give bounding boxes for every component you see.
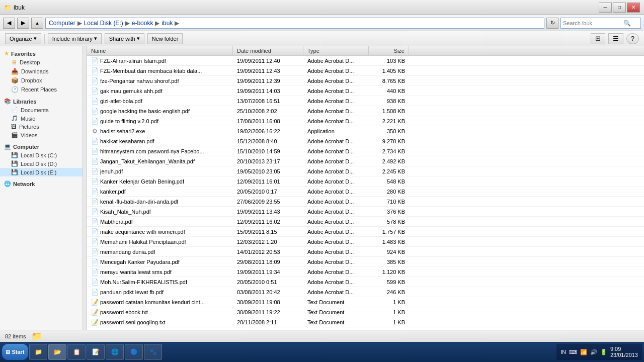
table-row[interactable]: 📄 gak mau gemukk ahh.pdf 19/09/2011 14:0… [87, 86, 644, 96]
table-row[interactable]: 📄 google hacking the basic-english.pdf 2… [87, 106, 644, 116]
table-row[interactable]: 📄 kanker.pdf 20/05/2010 0:17 Adobe Acrob… [87, 187, 644, 197]
table-row[interactable]: 📄 Memahami Hakikat Penciptaan.pdf 12/03/… [87, 237, 644, 247]
taskbar-app-7[interactable]: 🐾 [144, 344, 162, 360]
file-size: 103 KB [369, 58, 409, 64]
file-date: 20/11/2008 2:11 [233, 319, 303, 325]
table-row[interactable]: 📄 Moh.NurSalim-FIKHREALISTIS.pdf 20/05/2… [87, 277, 644, 287]
table-row[interactable]: 📄 guide to flirting v.2.0.pdf 17/08/2011… [87, 116, 644, 126]
up-button[interactable]: ▲ [31, 18, 43, 29]
column-header-type[interactable]: Type [303, 46, 369, 55]
pdf-icon: 📄 [91, 77, 98, 84]
sidebar-item-drive-c[interactable]: 💾 Local Disk (C:) [0, 151, 83, 159]
column-header-date[interactable]: Date modified [233, 46, 303, 55]
resize-grip[interactable] [83, 46, 87, 330]
search-input[interactable] [563, 20, 623, 26]
taskbar-active-window[interactable]: 📂 [48, 344, 66, 360]
taskbar-app-3[interactable]: 📋 [67, 344, 86, 360]
sidebar-item-dropbox[interactable]: 📦 Dropbox [0, 76, 83, 85]
windows-logo: ⊞ [6, 349, 10, 355]
file-name: hadist sehari2.exe [100, 128, 145, 134]
file-date: 20/05/2010 0:17 [233, 189, 303, 195]
pdf-icon: 📄 [91, 108, 98, 115]
network-tray-icon: 📶 [580, 349, 587, 355]
pdf-icon: 📄 [91, 188, 98, 195]
file-size: 2.245 KB [369, 168, 409, 174]
file-date: 30/09/2011 19:22 [233, 309, 303, 315]
search-box[interactable]: 🔍 [560, 18, 641, 29]
sidebar-item-recent[interactable]: 🕐 Recent Places [0, 85, 83, 94]
file-count: 82 items [5, 333, 26, 339]
back-button[interactable]: ◀ [3, 18, 15, 29]
table-row[interactable]: 📄 memandang dunia.pdf 14/01/2012 20:53 A… [87, 247, 644, 257]
sidebar-item-desktop[interactable]: 🖥 Desktop [0, 58, 83, 67]
taskbar-explorer-button[interactable]: 📁 [29, 344, 47, 360]
table-row[interactable]: 📄 kenali-flu-babi-dan-diri-anda.pdf 27/0… [87, 197, 644, 207]
sidebar-item-pictures[interactable]: 🖼 Pictures [0, 123, 83, 131]
table-row[interactable]: 📄 Jangan_Takut_Kehilangan_Wanita.pdf 20/… [87, 156, 644, 166]
table-row[interactable]: 📄 FZE-Membuat dan membaca kitab dala... … [87, 66, 644, 76]
table-row[interactable]: 📄 hakikat kesabaran.pdf 15/12/2008 8:40 … [87, 136, 644, 146]
file-date: 19/02/2006 16:22 [233, 128, 303, 134]
file-name: password catatan komunitas kenduri cint.… [100, 299, 205, 305]
table-row[interactable]: 📄 FZE-Aliran-aliran Islam.pdf 19/09/2011… [87, 56, 644, 66]
table-row[interactable]: 📄 jenuh.pdf 19/05/2010 23:05 Adobe Acrob… [87, 166, 644, 176]
table-row[interactable]: ⚙ hadist sehari2.exe 19/02/2006 16:22 Ap… [87, 126, 644, 136]
table-row[interactable]: 📄 Mencegah Kanker Payudara.pdf 29/08/201… [87, 257, 644, 267]
table-row[interactable]: 📄 Mabthera.pdf 12/09/2011 16:02 Adobe Ac… [87, 217, 644, 227]
maximize-button[interactable]: □ [613, 3, 626, 13]
taskbar-chrome[interactable]: 🌐 [106, 344, 124, 360]
address-path[interactable]: Computer ▶ Local Disk (E:) ▶ e-bookk ▶ i… [45, 18, 544, 29]
close-button[interactable]: ✕ [627, 3, 640, 13]
new-folder-button[interactable]: New folder [147, 33, 183, 44]
table-row[interactable]: 📄 make acquintance with women.pdf 15/09/… [87, 227, 644, 237]
forward-button[interactable]: ▶ [17, 18, 29, 29]
file-size: 2.221 KB [369, 118, 409, 124]
file-date: 19/09/2011 19:34 [233, 269, 303, 275]
table-row[interactable]: 📄 panduan pdkt lewat fb.pdf 03/08/2011 2… [87, 287, 644, 297]
start-button[interactable]: ⊞ Start [2, 344, 28, 360]
organize-button[interactable]: Organize ▾ [5, 33, 41, 44]
file-date: 12/09/2011 16:02 [233, 219, 303, 225]
file-size: 385 KB [369, 259, 409, 265]
sidebar-item-drive-d[interactable]: 💾 Local Disk (D:) [0, 159, 83, 168]
table-row[interactable]: 📝 password ebook.txt 30/09/2011 19:22 Te… [87, 307, 644, 317]
table-row[interactable]: 📄 hitmansystem.com pasword-nya Facebo...… [87, 146, 644, 156]
file-name: google hacking the basic-english.pdf [100, 108, 190, 114]
taskbar-ie[interactable]: 🔵 [125, 344, 143, 360]
sidebar-item-downloads[interactable]: 📥 Downloads [0, 67, 83, 76]
breadcrumb-ebookk[interactable]: e-bookk [132, 20, 153, 27]
table-row[interactable]: 📄 fze-Pengantar nahwu shorof.pdf 19/09/2… [87, 76, 644, 86]
file-name: make acquintance with women.pdf [100, 229, 185, 235]
sidebar: ★ Favorites 🖥 Desktop 📥 Downloads 📦 Drop… [0, 46, 83, 330]
file-type: Adobe Acrobat D... [303, 58, 369, 64]
file-list-container: Name Date modified Type Size 📄 FZE-Alira… [87, 46, 644, 330]
help-button[interactable]: ? [626, 33, 639, 44]
breadcrumb-ibuk[interactable]: ibuk [162, 20, 173, 27]
file-name: Kisah_Nabi_Nuh.pdf [100, 209, 151, 215]
sidebar-item-videos[interactable]: 🎬 Videos [0, 131, 83, 139]
file-type: Adobe Acrobat D... [303, 259, 369, 265]
network-section: 🌐 Network [0, 179, 83, 188]
breadcrumb-localdisk[interactable]: Local Disk (E:) [84, 20, 123, 27]
table-row[interactable]: 📄 gizi-atlet-bola.pdf 13/07/2008 16:51 A… [87, 96, 644, 106]
taskbar-app-4[interactable]: 📝 [87, 344, 105, 360]
file-date: 15/09/2011 8:15 [233, 229, 303, 235]
minimize-button[interactable]: ─ [599, 3, 612, 13]
sidebar-item-drive-e[interactable]: 💾 Local Disk (E:) [0, 168, 83, 176]
view-toggle-button[interactable]: ☰ [608, 33, 623, 44]
table-row[interactable]: 📄 Kanker Kelenjar Getah Bening.pdf 12/09… [87, 176, 644, 187]
column-header-size[interactable]: Size [369, 46, 409, 55]
table-row[interactable]: 📄 Kisah_Nabi_Nuh.pdf 19/09/2011 13:43 Ad… [87, 207, 644, 217]
table-row[interactable]: 📝 password catatan komunitas kenduri cin… [87, 297, 644, 307]
sidebar-item-documents[interactable]: 📄 Documents [0, 106, 83, 114]
share-with-button[interactable]: Share with ▾ [105, 33, 144, 44]
pictures-icon: 🖼 [11, 124, 17, 130]
table-row[interactable]: 📝 password seni googling.txt 20/11/2008 … [87, 317, 644, 327]
breadcrumb-computer[interactable]: Computer [49, 20, 75, 27]
view-options-button[interactable]: ⊞ [591, 33, 605, 44]
table-row[interactable]: 📄 merayu wanita lewat sms.pdf 19/09/2011… [87, 267, 644, 277]
refresh-button[interactable]: ↻ [546, 18, 558, 29]
sidebar-item-music[interactable]: 🎵 Music [0, 114, 83, 123]
column-header-name[interactable]: Name [87, 46, 233, 55]
include-library-button[interactable]: Include in library ▾ [48, 33, 102, 44]
